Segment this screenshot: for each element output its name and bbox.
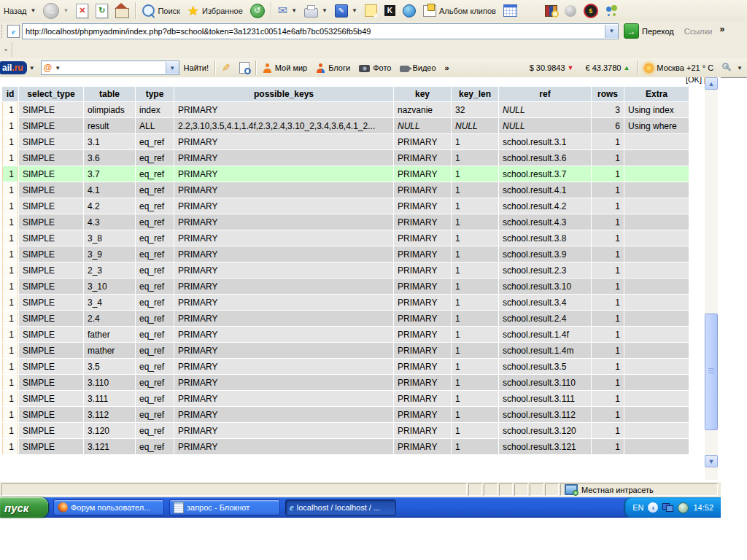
mailru-logo-dropdown-icon[interactable]: ▼ bbox=[29, 65, 35, 71]
start-button[interactable]: пуск bbox=[0, 497, 48, 518]
table-row[interactable]: 1SIMPLE3_8eq_refPRIMARYPRIMARY1school.re… bbox=[2, 230, 689, 246]
sphere-button[interactable] bbox=[561, 1, 580, 20]
antivirus-tray-icon[interactable] bbox=[678, 502, 689, 513]
table-row[interactable]: 1SIMPLE3.112eq_refPRIMARYPRIMARY1school.… bbox=[2, 407, 689, 422]
vertical-scrollbar[interactable]: ▲ ▼ bbox=[705, 77, 718, 480]
taskbar-task-ie-active[interactable]: e localhost / localhost / ... bbox=[285, 499, 396, 516]
home-button[interactable] bbox=[112, 1, 133, 20]
media-button[interactable] bbox=[399, 1, 419, 20]
clock[interactable]: 14:52 bbox=[693, 503, 713, 512]
grid-tool-button[interactable] bbox=[500, 1, 521, 20]
mailru-overflow-chevron[interactable]: » bbox=[441, 63, 454, 72]
favorites-button[interactable]: ★ Избранное bbox=[184, 1, 247, 20]
money-button[interactable]: $ bbox=[580, 1, 602, 20]
mail-dropdown-icon[interactable]: ▼ bbox=[291, 7, 297, 14]
address-dropdown-button[interactable]: ▼ bbox=[605, 25, 618, 38]
toolbar-separator bbox=[271, 2, 272, 19]
cell-Extra bbox=[624, 279, 689, 294]
mailru-find-button[interactable]: Найти! bbox=[179, 63, 213, 72]
stop-button[interactable]: ✕ bbox=[72, 1, 92, 20]
research-button[interactable] bbox=[541, 1, 561, 20]
table-row[interactable]: 1SIMPLE2_3eq_refPRIMARYPRIMARY1school.re… bbox=[2, 262, 689, 278]
usd-rate[interactable]: $ 30.9843 ▼ bbox=[524, 63, 580, 72]
mailru-my-world-link[interactable]: Мой мир bbox=[258, 63, 311, 73]
notes-button[interactable] bbox=[361, 1, 381, 20]
weather-widget[interactable]: Москва +21 ° C bbox=[640, 63, 718, 73]
mailru-search-dropdown-button[interactable]: ▼ bbox=[166, 62, 179, 74]
address-url[interactable]: http://localhost/phpmyadmin/index.php?db… bbox=[23, 27, 605, 36]
mailru-photo-link[interactable]: Фото bbox=[355, 63, 395, 72]
table-row[interactable]: 1SIMPLE3_10eq_refPRIMARYPRIMARY1school.r… bbox=[2, 279, 689, 294]
clip-album-button[interactable]: Альбом клипов bbox=[419, 1, 500, 20]
back-dropdown-icon[interactable]: ▼ bbox=[31, 7, 36, 14]
toolbar-grip[interactable] bbox=[1, 25, 5, 38]
hide-icons-chevron[interactable]: ‹ bbox=[648, 502, 658, 513]
refresh-button[interactable]: ↻ bbox=[92, 1, 112, 20]
mailru-search-input[interactable]: @ ▼ ▼ bbox=[41, 61, 179, 75]
taskbar-task-firefox[interactable]: Форум пользовател... bbox=[53, 499, 164, 516]
print-button[interactable]: ▼ bbox=[301, 1, 331, 20]
table-row[interactable]: 1SIMPLEolimpiadsindexPRIMARYnazvanie32NU… bbox=[2, 102, 689, 117]
edit-dropdown-icon[interactable]: ▼ bbox=[352, 7, 357, 14]
scroll-up-button[interactable]: ▲ bbox=[705, 77, 718, 90]
scroll-down-button[interactable]: ▼ bbox=[705, 455, 718, 467]
cell-table: 3.1 bbox=[84, 134, 135, 149]
cell-possible_keys: PRIMARY bbox=[174, 407, 393, 422]
table-row[interactable]: 1SIMPLE3.6eq_refPRIMARYPRIMARY1school.re… bbox=[2, 150, 689, 166]
messenger-button[interactable] bbox=[602, 1, 622, 20]
books-search-icon bbox=[545, 5, 557, 17]
scrollbar-thumb[interactable] bbox=[705, 314, 718, 430]
cell-rows: 6 bbox=[592, 118, 624, 133]
antivirus-button[interactable]: K bbox=[381, 1, 399, 20]
back-button[interactable]: Назад ▼ bbox=[0, 1, 39, 20]
history-button[interactable]: ↺ bbox=[247, 1, 268, 20]
toolbar-overflow-chevron[interactable]: » bbox=[719, 24, 724, 34]
table-row[interactable]: 1SIMPLE3.121eq_refPRIMARYPRIMARY1school.… bbox=[2, 439, 689, 454]
cell-Extra bbox=[624, 214, 689, 230]
table-row[interactable]: 1SIMPLE3.111eq_refPRIMARYPRIMARY1school.… bbox=[2, 391, 689, 406]
go-button[interactable]: → Переход bbox=[624, 23, 674, 39]
mail-button[interactable]: ✉ ▼ bbox=[274, 1, 301, 20]
print-dropdown-icon[interactable]: ▼ bbox=[322, 7, 328, 14]
column-header-key: key bbox=[394, 87, 451, 101]
table-row[interactable]: 1SIMPLE2.4eq_refPRIMARYPRIMARY1school.re… bbox=[2, 311, 689, 326]
table-row[interactable]: 1SIMPLEresultALL2.2,3.10,3.5,4.1,1.4f,2.… bbox=[2, 118, 689, 133]
mailru-blogs-link[interactable]: Блоги bbox=[311, 63, 355, 73]
column-header-table: table bbox=[84, 87, 135, 101]
forward-button[interactable]: → ▼ bbox=[39, 1, 72, 20]
table-row[interactable]: 1SIMPLE3.120eq_refPRIMARYPRIMARY1school.… bbox=[2, 423, 689, 438]
cell-key: PRIMARY bbox=[394, 182, 451, 198]
table-row[interactable]: 1SIMPLE4.2eq_refPRIMARYPRIMARY1school.re… bbox=[2, 198, 689, 214]
edit-button[interactable]: ✎ ▼ bbox=[331, 1, 361, 20]
eur-rate[interactable]: € 43.3780 ▲ bbox=[579, 63, 635, 72]
mailru-search-type-dropdown-icon[interactable]: ▼ bbox=[55, 65, 61, 71]
cell-table: 3_10 bbox=[84, 279, 135, 294]
address-input[interactable]: http://localhost/phpmyadmin/index.php?db… bbox=[22, 23, 619, 39]
mailru-find-on-page-button[interactable] bbox=[235, 62, 254, 74]
mailru-video-link[interactable]: Видео bbox=[395, 63, 440, 72]
table-row[interactable]: 1SIMPLE3_9eq_refPRIMARYPRIMARY1school.re… bbox=[2, 246, 689, 262]
table-row[interactable]: 1SIMPLE4.1eq_refPRIMARYPRIMARY1school.re… bbox=[2, 182, 689, 198]
taskbar-task-notepad[interactable]: запрос - Блокнот bbox=[169, 499, 280, 516]
search-label: Поиск bbox=[158, 7, 179, 15]
table-row[interactable]: 1SIMPLEfathereq_refPRIMARYPRIMARY1school… bbox=[2, 327, 689, 342]
zone-label: Местная интрасеть bbox=[581, 486, 654, 494]
cell-key_len: 1 bbox=[452, 198, 498, 214]
column-header-type: type bbox=[136, 87, 174, 101]
table-row[interactable]: 1SIMPLE3.5eq_refPRIMARYPRIMARY1school.re… bbox=[2, 359, 689, 374]
table-row[interactable]: 1SIMPLEmathereq_refPRIMARYPRIMARY1school… bbox=[2, 343, 689, 358]
pencil-icon: ✎ bbox=[222, 62, 231, 74]
table-row[interactable]: 1SIMPLE4.3eq_refPRIMARYPRIMARY1school.re… bbox=[2, 214, 689, 230]
table-row[interactable]: 1SIMPLE3.110eq_refPRIMARYPRIMARY1school.… bbox=[2, 375, 689, 390]
language-indicator[interactable]: EN bbox=[632, 503, 643, 512]
mailru-highlight-button[interactable]: ✎ bbox=[217, 62, 235, 74]
table-row[interactable]: 1SIMPLE3.1eq_refPRIMARYPRIMARY1school.re… bbox=[2, 134, 689, 149]
cell-possible_keys: PRIMARY bbox=[174, 359, 393, 374]
table-row[interactable]: 1SIMPLE3.7eq_refPRIMARYPRIMARY1school.re… bbox=[2, 166, 689, 182]
links-label[interactable]: Ссылки bbox=[684, 27, 713, 36]
search-button[interactable]: Поиск bbox=[139, 1, 183, 20]
mailru-logo[interactable]: ail.ru bbox=[0, 61, 27, 74]
mailru-settings-button[interactable]: ▼ bbox=[718, 63, 747, 73]
network-tray-icon[interactable] bbox=[662, 503, 673, 512]
table-row[interactable]: 1SIMPLE3_4eq_refPRIMARYPRIMARY1school.re… bbox=[2, 295, 689, 310]
